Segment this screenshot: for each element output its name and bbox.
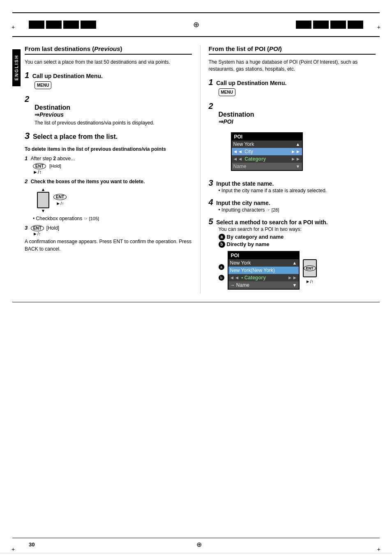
poi-row-name: Name ▼ xyxy=(232,163,302,170)
poi2-row-name: → Name ▼ xyxy=(228,281,299,289)
poi-nav-right-cat: ►► xyxy=(290,156,302,162)
top-bar-right-blocks xyxy=(199,21,364,29)
page: + + + + ⊕ ENGLISH From last destin xyxy=(0,12,392,555)
bottom-bar: 30 ⊕ xyxy=(12,538,380,551)
arrow-symbol-2: ►/↑ xyxy=(56,201,64,206)
poi-row-newyork-text: New York xyxy=(233,141,254,147)
corner-mark-tl: + xyxy=(12,24,15,30)
poi-nav-left-city: ◄◄ xyxy=(232,149,244,154)
right-step-5-num: 5 xyxy=(209,217,213,226)
right-intro: The System has a huge database of POI (P… xyxy=(209,59,376,73)
right-step-4-bullet: • Inputting characters ☞ [28] xyxy=(219,207,376,213)
device-diagram: ▲ ▼ ENT ►/↑ xyxy=(37,187,192,213)
poi2-nav-right-cat: ►► xyxy=(286,275,299,281)
left-step-3-num: 3 xyxy=(25,131,30,141)
poi2-scroll-up: ▲ xyxy=(293,260,297,265)
option-a-circle: a xyxy=(219,234,225,240)
right-section-heading: From the list of POI (POI) xyxy=(209,45,376,55)
right-step-2-num: 2 xyxy=(209,101,213,111)
right-step-4: 4 Input the city name. • Inputting chara… xyxy=(209,198,376,213)
poi-scroll-up: ▲ xyxy=(296,142,300,147)
step5-note: You can search for a POI in two ways: xyxy=(219,226,376,232)
right-step-2-title2: POI xyxy=(224,118,233,125)
poi-a-label: a xyxy=(219,264,224,270)
top-block-4 xyxy=(81,21,96,29)
poi2-row-category-text: • Category xyxy=(240,275,286,281)
right-heading-close: ) xyxy=(280,45,282,52)
delete-step-3: 3 ENT [Hold] ►/↑ A confirmation message … xyxy=(25,225,192,253)
left-step-3-title: Select a place from the list. xyxy=(33,133,118,140)
poi2-row-name-text: → Name xyxy=(230,282,249,288)
arrow-symbol-1: ►/↑ xyxy=(33,169,192,175)
step5-option-a: a By category and name xyxy=(219,234,376,240)
poi2-nav-left-cat: ◄◄ xyxy=(228,275,241,281)
poi-device-body: ENT xyxy=(303,259,317,277)
poi-box-1-container: POI New York ▲ ◄◄ City ►► xyxy=(221,129,376,174)
page-number: 30 xyxy=(29,541,35,548)
left-step-2: 2 Destination ⇒Previous The list of prev… xyxy=(25,94,192,127)
delete-step-2-text: Check the boxes of the items you want to… xyxy=(31,179,145,184)
ent-device-wrap: ENT ►/↑ xyxy=(53,194,67,206)
left-step-2-desc: The list of previous destinations/via po… xyxy=(35,120,192,127)
left-heading-text: From last destinations ( xyxy=(25,45,94,52)
left-step-2-title1: Destination xyxy=(35,104,192,111)
poi2-row-newyork2: New York(New York) xyxy=(228,267,299,274)
arrow-symbol-3: ►/↑ xyxy=(33,231,192,236)
poi-row-city: ◄◄ City ►► xyxy=(232,148,302,155)
top-bar-crosshair: ⊕ xyxy=(193,20,199,29)
delete-subhead: To delete items in the list of previous … xyxy=(25,146,192,152)
bottom-line xyxy=(12,302,380,302)
top-bar-left-blocks xyxy=(29,21,193,29)
top-block-2 xyxy=(46,21,62,29)
left-step-1-content: MENU xyxy=(35,80,192,90)
option-b-circle: b xyxy=(219,241,225,248)
poi-nav-left-cat: ◄◄ xyxy=(232,156,244,162)
delete-step-1-num: 1 xyxy=(25,155,28,161)
poi-box-2: POI New York ▲ New York(New York) xyxy=(228,251,300,290)
right-column: From the list of POI (POI) The System ha… xyxy=(201,45,380,294)
poi-ab-labels: a b xyxy=(219,251,224,281)
left-column: From last destinations (Previous) You ca… xyxy=(21,45,201,294)
poi-box-1-title: POI xyxy=(232,133,302,140)
top-block-1 xyxy=(29,21,44,29)
right-step-1-menu: MENU xyxy=(219,87,376,97)
left-section-heading: From last destinations (Previous) xyxy=(25,45,192,55)
poi2-row-category: ◄◄ • Category ►► xyxy=(228,274,299,281)
poi-box-2-title: POI xyxy=(228,252,299,259)
poi2-row-newyork-text: New York xyxy=(230,260,251,266)
corner-mark-tr: + xyxy=(377,24,380,30)
right-step-3-title: Input the state name. xyxy=(216,180,274,187)
right-step-5: 5 Select a method to search for a POI wi… xyxy=(209,217,376,290)
device-left: ▲ ▼ xyxy=(37,187,49,213)
left-step-2-num: 2 xyxy=(25,94,29,104)
step4-ref: ☞ [28] xyxy=(266,207,279,212)
right-step-1: 1 Call up Destination Menu. MENU xyxy=(209,78,376,97)
poi-box-1: POI New York ▲ ◄◄ City ►► xyxy=(231,132,303,171)
right-step-2-content: Destination ⇒POI xyxy=(219,111,376,125)
bottom-crosshair: ⊕ xyxy=(196,541,202,548)
right-step-3: 3 Input the state name. • Input the city… xyxy=(209,178,376,193)
poi-row-name-text: Name xyxy=(233,164,247,169)
device-body xyxy=(37,192,49,208)
right-step-4-num: 4 xyxy=(209,198,213,207)
poi2-row-newyork: New York ▲ xyxy=(228,259,299,267)
confirm-text: A confirmation message appears. Press EN… xyxy=(25,238,192,253)
left-step-1-title: Call up Destination Menu. xyxy=(32,73,103,79)
right-step-1-title: Call up Destination Menu. xyxy=(216,80,286,86)
top-block-5 xyxy=(296,21,311,29)
checkbox-ref: ☞ [105] xyxy=(84,216,99,221)
top-block-6 xyxy=(313,21,329,29)
poi-a-circle: a xyxy=(219,264,224,270)
poi-nav-right-city: ►► xyxy=(290,149,302,154)
left-step-1-num: 1 xyxy=(25,71,29,80)
right-step-3-num: 3 xyxy=(209,178,213,187)
poi-diagram-area: a b POI New York xyxy=(219,251,376,290)
delete-step-1: 1 After step 2 above... ENT [Hold] ►/↑ xyxy=(25,155,192,175)
option-a-text: By category and name xyxy=(227,234,284,240)
top-block-7 xyxy=(330,21,346,29)
poi-row-category: ◄◄ Category ►► xyxy=(232,155,302,163)
left-intro: You can select a place from the last 50 … xyxy=(25,59,192,66)
poi2-scroll-down: ▼ xyxy=(293,283,297,288)
right-step-3-bullet: • Input the city name if a state is alre… xyxy=(219,188,376,193)
right-step-5-title: Select a method to search for a POI with… xyxy=(216,219,328,226)
